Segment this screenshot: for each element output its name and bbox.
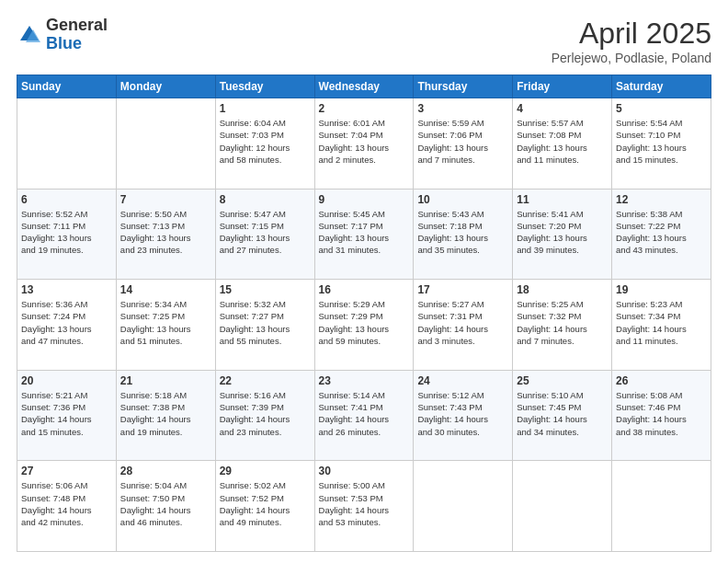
day-number: 6: [21, 193, 112, 206]
day-info: Sunrise: 5:54 AM Sunset: 7:10 PM Dayligh…: [616, 117, 707, 166]
day-info: Sunrise: 5:34 AM Sunset: 7:25 PM Dayligh…: [120, 298, 211, 347]
day-info: Sunrise: 5:25 AM Sunset: 7:32 PM Dayligh…: [517, 298, 608, 347]
calendar-week-row: 20Sunrise: 5:21 AM Sunset: 7:36 PM Dayli…: [17, 370, 711, 461]
calendar-day-header: Tuesday: [215, 75, 314, 98]
day-number: 10: [417, 193, 508, 206]
day-info: Sunrise: 5:47 AM Sunset: 7:15 PM Dayligh…: [220, 208, 311, 257]
calendar-cell: 13Sunrise: 5:36 AM Sunset: 7:24 PM Dayli…: [17, 280, 117, 371]
calendar-cell: 5Sunrise: 5:54 AM Sunset: 7:10 PM Daylig…: [612, 98, 711, 190]
calendar-cell: 14Sunrise: 5:34 AM Sunset: 7:25 PM Dayli…: [116, 280, 215, 371]
day-info: Sunrise: 5:14 AM Sunset: 7:41 PM Dayligh…: [319, 389, 410, 438]
calendar-cell: 24Sunrise: 5:12 AM Sunset: 7:43 PM Dayli…: [414, 370, 513, 461]
day-number: 21: [120, 374, 211, 387]
day-info: Sunrise: 5:16 AM Sunset: 7:39 PM Dayligh…: [220, 389, 311, 438]
calendar-week-row: 27Sunrise: 5:06 AM Sunset: 7:48 PM Dayli…: [17, 461, 711, 552]
header: General Blue April 2025 Perlejewo, Podla…: [17, 17, 711, 65]
calendar-cell: 29Sunrise: 5:02 AM Sunset: 7:52 PM Dayli…: [215, 461, 314, 552]
calendar-cell: 25Sunrise: 5:10 AM Sunset: 7:45 PM Dayli…: [513, 370, 612, 461]
calendar-cell: 26Sunrise: 5:08 AM Sunset: 7:46 PM Dayli…: [612, 370, 711, 461]
calendar-cell: 15Sunrise: 5:32 AM Sunset: 7:27 PM Dayli…: [215, 280, 314, 371]
calendar-cell: [612, 461, 711, 552]
location-subtitle: Perlejewo, Podlasie, Poland: [552, 51, 711, 65]
day-number: 28: [120, 465, 211, 477]
day-info: Sunrise: 5:02 AM Sunset: 7:52 PM Dayligh…: [220, 479, 311, 528]
day-number: 23: [319, 374, 410, 387]
day-info: Sunrise: 5:29 AM Sunset: 7:29 PM Dayligh…: [319, 298, 410, 347]
calendar-cell: 16Sunrise: 5:29 AM Sunset: 7:29 PM Dayli…: [314, 280, 414, 371]
day-info: Sunrise: 6:04 AM Sunset: 7:03 PM Dayligh…: [220, 117, 311, 166]
day-number: 19: [616, 283, 707, 296]
calendar-header-row: SundayMondayTuesdayWednesdayThursdayFrid…: [17, 75, 711, 98]
calendar-cell: 27Sunrise: 5:06 AM Sunset: 7:48 PM Dayli…: [17, 461, 117, 552]
day-info: Sunrise: 5:27 AM Sunset: 7:31 PM Dayligh…: [417, 298, 508, 347]
day-number: 25: [517, 374, 608, 387]
day-number: 3: [417, 102, 508, 115]
day-info: Sunrise: 5:32 AM Sunset: 7:27 PM Dayligh…: [220, 298, 311, 347]
calendar-cell: 3Sunrise: 5:59 AM Sunset: 7:06 PM Daylig…: [414, 98, 513, 190]
calendar-cell: 28Sunrise: 5:04 AM Sunset: 7:50 PM Dayli…: [116, 461, 215, 552]
day-info: Sunrise: 5:10 AM Sunset: 7:45 PM Dayligh…: [517, 389, 608, 438]
calendar-cell: 9Sunrise: 5:45 AM Sunset: 7:17 PM Daylig…: [314, 189, 414, 280]
logo-icon: [17, 22, 42, 48]
calendar-cell: 10Sunrise: 5:43 AM Sunset: 7:18 PM Dayli…: [414, 189, 513, 280]
day-info: Sunrise: 5:38 AM Sunset: 7:22 PM Dayligh…: [616, 208, 707, 257]
day-number: 30: [319, 465, 410, 477]
day-info: Sunrise: 5:43 AM Sunset: 7:18 PM Dayligh…: [417, 208, 508, 257]
calendar-cell: 2Sunrise: 6:01 AM Sunset: 7:04 PM Daylig…: [314, 98, 414, 190]
calendar-cell: 22Sunrise: 5:16 AM Sunset: 7:39 PM Dayli…: [215, 370, 314, 461]
calendar-cell: 23Sunrise: 5:14 AM Sunset: 7:41 PM Dayli…: [314, 370, 414, 461]
calendar-week-row: 6Sunrise: 5:52 AM Sunset: 7:11 PM Daylig…: [17, 189, 711, 280]
day-number: 24: [417, 374, 508, 387]
calendar-day-header: Monday: [116, 75, 215, 98]
calendar-day-header: Friday: [513, 75, 612, 98]
calendar-week-row: 13Sunrise: 5:36 AM Sunset: 7:24 PM Dayli…: [17, 280, 711, 371]
day-number: 13: [21, 283, 112, 296]
day-info: Sunrise: 5:08 AM Sunset: 7:46 PM Dayligh…: [616, 389, 707, 438]
day-info: Sunrise: 5:41 AM Sunset: 7:20 PM Dayligh…: [517, 208, 608, 257]
calendar-day-header: Saturday: [612, 75, 711, 98]
day-info: Sunrise: 5:45 AM Sunset: 7:17 PM Dayligh…: [319, 208, 410, 257]
calendar-cell: [17, 98, 117, 190]
calendar-cell: 19Sunrise: 5:23 AM Sunset: 7:34 PM Dayli…: [612, 280, 711, 371]
calendar-cell: 30Sunrise: 5:00 AM Sunset: 7:53 PM Dayli…: [314, 461, 414, 552]
day-number: 26: [616, 374, 707, 387]
calendar-day-header: Wednesday: [314, 75, 414, 98]
day-number: 7: [120, 193, 211, 206]
calendar-cell: 6Sunrise: 5:52 AM Sunset: 7:11 PM Daylig…: [17, 189, 117, 280]
day-number: 15: [220, 283, 311, 296]
day-number: 20: [21, 374, 112, 387]
day-info: Sunrise: 5:18 AM Sunset: 7:38 PM Dayligh…: [120, 389, 211, 438]
logo-general-text: General: [46, 16, 108, 34]
day-info: Sunrise: 6:01 AM Sunset: 7:04 PM Dayligh…: [319, 117, 410, 166]
day-info: Sunrise: 5:21 AM Sunset: 7:36 PM Dayligh…: [21, 389, 112, 438]
day-number: 14: [120, 283, 211, 296]
day-number: 1: [220, 102, 311, 115]
day-info: Sunrise: 5:12 AM Sunset: 7:43 PM Dayligh…: [417, 389, 508, 438]
day-info: Sunrise: 5:04 AM Sunset: 7:50 PM Dayligh…: [120, 479, 211, 528]
month-title: April 2025: [552, 17, 711, 51]
calendar-day-header: Thursday: [414, 75, 513, 98]
day-number: 8: [220, 193, 311, 206]
day-number: 18: [517, 283, 608, 296]
calendar-cell: 20Sunrise: 5:21 AM Sunset: 7:36 PM Dayli…: [17, 370, 117, 461]
calendar-cell: [414, 461, 513, 552]
day-number: 2: [319, 102, 410, 115]
day-info: Sunrise: 5:36 AM Sunset: 7:24 PM Dayligh…: [21, 298, 112, 347]
day-info: Sunrise: 5:06 AM Sunset: 7:48 PM Dayligh…: [21, 479, 112, 528]
calendar-cell: 21Sunrise: 5:18 AM Sunset: 7:38 PM Dayli…: [116, 370, 215, 461]
day-number: 27: [21, 465, 112, 477]
day-number: 4: [517, 102, 608, 115]
day-info: Sunrise: 5:23 AM Sunset: 7:34 PM Dayligh…: [616, 298, 707, 347]
day-info: Sunrise: 5:59 AM Sunset: 7:06 PM Dayligh…: [417, 117, 508, 166]
day-number: 12: [616, 193, 707, 206]
calendar-cell: 8Sunrise: 5:47 AM Sunset: 7:15 PM Daylig…: [215, 189, 314, 280]
calendar-cell: 11Sunrise: 5:41 AM Sunset: 7:20 PM Dayli…: [513, 189, 612, 280]
logo-text: General Blue: [46, 17, 108, 53]
day-number: 5: [616, 102, 707, 115]
day-info: Sunrise: 5:57 AM Sunset: 7:08 PM Dayligh…: [517, 117, 608, 166]
page: General Blue April 2025 Perlejewo, Podla…: [0, 0, 728, 563]
title-block: April 2025 Perlejewo, Podlasie, Poland: [552, 17, 711, 65]
day-number: 22: [220, 374, 311, 387]
day-info: Sunrise: 5:52 AM Sunset: 7:11 PM Dayligh…: [21, 208, 112, 257]
day-number: 17: [417, 283, 508, 296]
